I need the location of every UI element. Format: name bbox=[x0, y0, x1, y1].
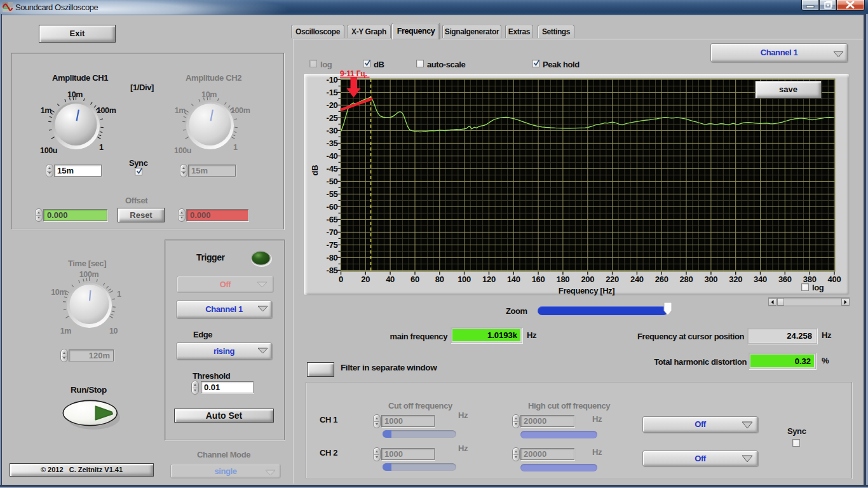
svg-text:100u: 100u bbox=[174, 146, 191, 155]
svg-text:1: 1 bbox=[99, 143, 104, 152]
svg-text:100u: 100u bbox=[40, 146, 57, 155]
svg-text:1m: 1m bbox=[60, 327, 72, 336]
svg-text:100m: 100m bbox=[231, 106, 250, 115]
svg-text:100m: 100m bbox=[79, 270, 99, 279]
svg-text:1: 1 bbox=[233, 143, 238, 152]
svg-text:1m: 1m bbox=[175, 106, 186, 115]
svg-text:10: 10 bbox=[109, 327, 118, 336]
svg-text:10m: 10m bbox=[51, 288, 66, 297]
svg-text:1: 1 bbox=[117, 290, 121, 299]
svg-text:10m: 10m bbox=[201, 90, 217, 99]
svg-text:1m: 1m bbox=[41, 106, 52, 115]
svg-text:10m: 10m bbox=[67, 90, 83, 99]
svg-text:100m: 100m bbox=[97, 106, 116, 115]
